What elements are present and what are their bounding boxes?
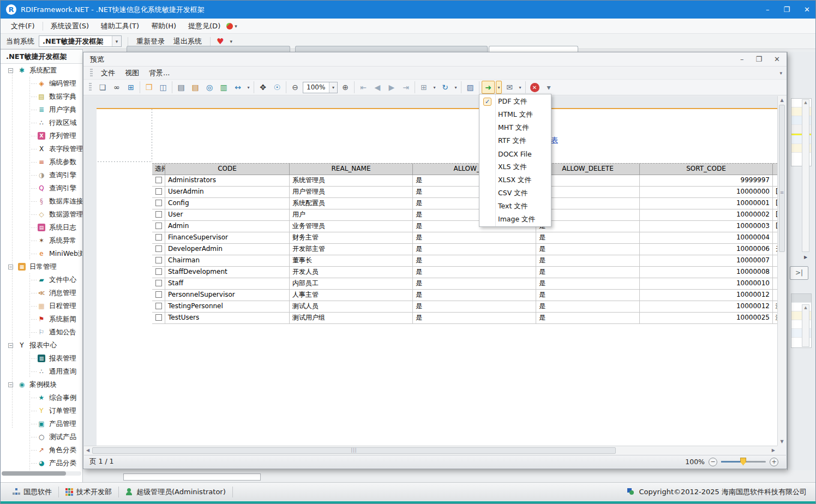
print-preview-button[interactable]: ◎ — [203, 81, 216, 94]
sidebar-item[interactable]: X表字段管理 — [1, 142, 82, 155]
preview-menu-item-2[interactable]: 视图 — [120, 66, 144, 80]
hand-tool-button[interactable]: ✥ — [256, 81, 269, 94]
row-checkbox[interactable] — [155, 245, 162, 252]
preview-hscrollbar[interactable]: ◀ ||| ▶ — [84, 446, 777, 455]
export-menu-item[interactable]: HTML 文件 — [479, 108, 551, 121]
next-page-button[interactable]: ▶ — [385, 81, 398, 94]
table-row[interactable]: TestUsers测试用户组是是10000025测 — [152, 313, 777, 324]
row-checkbox[interactable] — [155, 188, 162, 195]
scroll-up-icon[interactable]: ▲ — [778, 98, 786, 103]
row-checkbox[interactable] — [155, 200, 162, 206]
restore-button[interactable]: ❐ — [755, 56, 762, 63]
zoom-in-button[interactable]: + — [770, 458, 778, 466]
sidebar-item[interactable]: −Y报表中心 — [1, 339, 82, 352]
chevron-down-icon[interactable]: ▾ — [431, 81, 437, 94]
menu-item-5[interactable]: 提意见(D) — [182, 19, 226, 34]
table-row[interactable]: Administrators系统管理员是是9999997 — [152, 175, 777, 187]
table-row[interactable]: DeveloperAdmin开发部主管是是10000006开 — [152, 244, 777, 255]
sidebar-item[interactable]: ≡系统参数 — [1, 155, 82, 169]
row-checkbox[interactable] — [155, 268, 162, 275]
chevron-down-icon[interactable]: ▾ — [245, 81, 251, 94]
sidebar-item[interactable]: ⚑系统新闻 — [1, 313, 82, 326]
table-row[interactable]: FinanceSupervisor财务主管是是10000004 — [152, 232, 777, 244]
export-menu-item[interactable]: ✓PDF 文件 — [479, 95, 551, 108]
toolbar-overflow-button[interactable]: ▾ — [542, 81, 555, 94]
background-vscrollbar[interactable]: ▲ — [802, 99, 809, 252]
preview-vscrollbar[interactable]: ▲ ≡ ▼ — [777, 96, 786, 446]
preview-menu-item-1[interactable]: 文件 — [96, 66, 120, 80]
export-menu-item[interactable]: DOCX File — [479, 147, 551, 160]
export-menu-item[interactable]: MHT 文件 — [479, 121, 551, 134]
export-menu-item[interactable]: CSV 文件 — [479, 187, 551, 200]
expander-icon[interactable]: − — [8, 382, 13, 387]
quick-print-button[interactable]: ▤ — [189, 81, 202, 94]
chevron-down-icon[interactable]: ▾ — [112, 36, 121, 46]
table-row[interactable]: PersonnelSupervisor人事主管是是10000012 — [152, 290, 777, 301]
system-combo[interactable]: .NET敏捷开发框架 ▾ — [39, 35, 122, 47]
row-checkbox[interactable] — [155, 303, 162, 309]
sidebar-item[interactable]: ▤数据字典 — [1, 90, 82, 103]
row-checkbox[interactable] — [155, 257, 162, 263]
sidebar-item[interactable]: ◇数据源管理 — [1, 208, 82, 221]
prev-page-button[interactable]: ◀ — [371, 81, 384, 94]
sidebar-item[interactable]: ◕产品分类 — [1, 457, 82, 470]
scroll-left-icon[interactable]: ◀ — [86, 448, 89, 453]
search-button[interactable]: ∞ — [110, 81, 123, 94]
scale-button[interactable]: ↔ — [231, 81, 244, 94]
sidebar-item[interactable]: ◑查询引擎 — [1, 169, 82, 182]
chevron-down-icon[interactable]: ▾ — [496, 81, 502, 94]
sidebar-item[interactable]: ∴行政区域 — [1, 116, 82, 129]
zoom-slider[interactable] — [721, 461, 766, 463]
last-page-button[interactable]: ⇥ — [399, 81, 412, 94]
zoom-out-button[interactable]: − — [709, 458, 717, 466]
multiple-pages-button[interactable]: ⊞ — [417, 81, 430, 94]
scrollbar-thumb[interactable] — [2, 471, 66, 476]
sidebar-item[interactable]: ≣用户字典 — [1, 103, 82, 116]
sidebar-item[interactable]: ▥报表管理 — [1, 352, 82, 365]
row-checkbox[interactable] — [155, 223, 162, 229]
row-checkbox[interactable] — [155, 280, 162, 286]
sidebar-item[interactable]: §数据库连接 — [1, 195, 82, 208]
export-menu-item[interactable]: XLSX 文件 — [479, 173, 551, 187]
expander-icon[interactable]: − — [8, 343, 13, 348]
table-row[interactable]: UserAdmin用户管理员是是10000000[ — [152, 187, 777, 198]
row-checkbox[interactable] — [155, 291, 162, 298]
close-button[interactable]: ✕ — [774, 56, 780, 63]
sidebar-item[interactable]: ▤系统日志 — [1, 221, 82, 234]
chevron-down-icon[interactable]: ▾ — [235, 23, 237, 29]
save-button[interactable]: ◫ — [157, 81, 170, 94]
export-menu-item[interactable]: Text 文件 — [479, 200, 551, 213]
chevron-down-icon[interactable]: ▾ — [779, 70, 782, 76]
print-button[interactable]: ▤ — [175, 81, 188, 94]
row-checkbox[interactable] — [155, 211, 162, 218]
expander-icon[interactable]: − — [8, 265, 13, 269]
drag-handle-icon[interactable] — [89, 83, 92, 92]
sidebar-item[interactable]: ≪消息管理 — [1, 286, 82, 299]
sidebar-item[interactable]: ↗角色分类 — [1, 443, 82, 457]
background-vscrollbar[interactable]: ▲ — [802, 304, 809, 347]
chevron-down-icon[interactable]: ▾ — [230, 39, 232, 44]
sidebar-item[interactable]: ▦日程管理 — [1, 299, 82, 313]
menu-item-4[interactable]: 帮助(H) — [145, 19, 182, 34]
table-row[interactable]: StaffDevelopment开发人员是是10000008 — [152, 267, 777, 278]
row-checkbox[interactable] — [155, 177, 162, 183]
table-row[interactable]: User用户是是10000002[ — [152, 209, 777, 221]
scrollbar-thumb[interactable]: ≡ — [779, 105, 785, 252]
table-row[interactable]: Config系统配置员是是10000001[ — [152, 198, 777, 209]
preview-menu-item-3[interactable]: 背景... — [144, 66, 175, 80]
close-button[interactable]: ✕ — [804, 6, 810, 13]
document-map-button[interactable]: ❏ — [96, 81, 109, 94]
table-row[interactable]: Admin业务管理员是是10000003[ — [152, 221, 777, 232]
sidebar-item[interactable]: −◉案例模块 — [1, 378, 82, 391]
parameters-button[interactable]: ⊞ — [124, 81, 137, 94]
table-row[interactable]: TestingPersonnel测试人员是是10000012测 — [152, 301, 777, 313]
chevron-down-icon[interactable]: ▾ — [453, 81, 459, 94]
sidebar-item[interactable]: ★综合事例 — [1, 391, 82, 404]
right-arrow-icon[interactable]: ▶ — [804, 255, 807, 260]
scroll-right-icon[interactable]: ▶ — [772, 448, 775, 453]
row-checkbox[interactable] — [155, 234, 162, 241]
sidebar-item[interactable]: ⚐通知公告 — [1, 326, 82, 339]
sidebar-item[interactable]: ○测试产品 — [1, 430, 82, 443]
drag-handle-icon[interactable] — [90, 69, 93, 77]
restore-button[interactable]: ❐ — [783, 6, 790, 13]
